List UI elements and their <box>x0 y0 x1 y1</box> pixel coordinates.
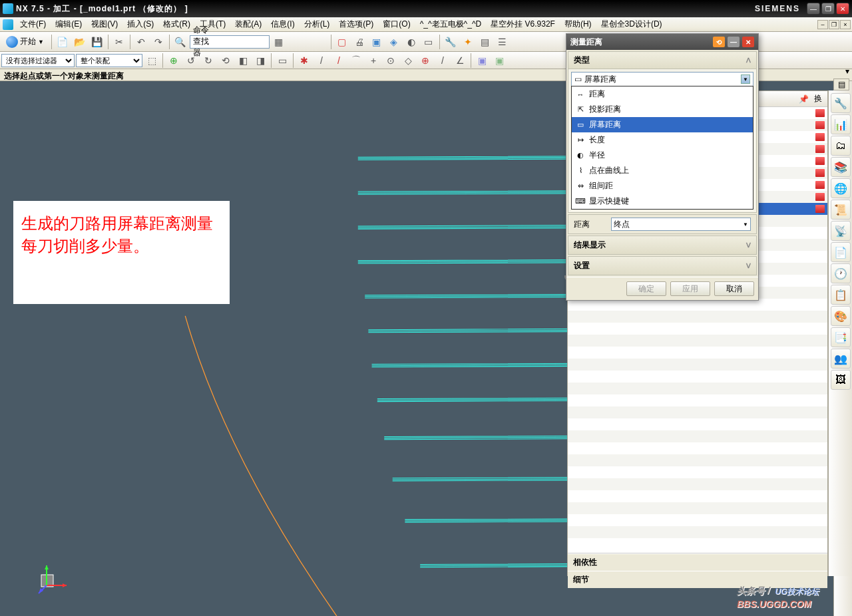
render-icon[interactable]: ▭ <box>421 34 437 50</box>
list-item[interactable] <box>568 430 827 442</box>
minimize-button[interactable]: — <box>807 3 820 15</box>
list-item[interactable] <box>568 466 827 478</box>
snap-5[interactable]: + <box>365 53 381 69</box>
list-item[interactable] <box>568 514 827 526</box>
type-option-0[interactable]: ↔距离 <box>572 86 753 102</box>
shade-icon[interactable]: ◐ <box>403 34 419 50</box>
sel-tool-2[interactable]: ↺ <box>183 53 199 69</box>
tab-navigator[interactable]: 🔧 <box>831 93 851 113</box>
type-option-6[interactable]: ⇔组间距 <box>572 178 753 194</box>
list-item[interactable] <box>568 406 827 418</box>
menu-format[interactable]: 格式(R) <box>159 17 194 31</box>
grid-icon[interactable]: ▤ <box>477 34 493 50</box>
type-option-5[interactable]: ⌇点在曲线上 <box>572 163 753 178</box>
open-icon[interactable]: 📂 <box>72 34 88 50</box>
menu-insert[interactable]: 插入(S) <box>123 17 158 31</box>
snap-1[interactable]: ✱ <box>296 53 312 69</box>
list-item[interactable] <box>568 394 827 406</box>
list-item[interactable] <box>568 502 827 514</box>
search-icon[interactable]: 🔍 <box>172 34 188 50</box>
snap-7[interactable]: ◇ <box>400 53 416 69</box>
sel-tool-5[interactable]: ◧ <box>235 53 251 69</box>
list-item[interactable] <box>568 323 827 335</box>
snap-2[interactable]: / <box>314 53 329 69</box>
list-item[interactable] <box>568 442 827 454</box>
ok-button[interactable]: 确定 <box>626 281 666 296</box>
rect-sel-icon[interactable]: ▭ <box>274 53 290 69</box>
menu-plugin1[interactable]: ^_^老五电极^_^D <box>416 17 486 31</box>
list-item[interactable] <box>568 359 827 371</box>
sel-tool-4[interactable]: ⟲ <box>218 53 234 69</box>
type-option-4[interactable]: ◐半径 <box>572 148 753 163</box>
cmdfinder-input[interactable] <box>213 37 266 47</box>
menu-view[interactable]: 视图(V) <box>87 17 122 31</box>
undo-icon[interactable]: ↶ <box>133 34 149 50</box>
sel-tool-1[interactable]: ⬚ <box>144 53 160 69</box>
tab-history[interactable]: 📜 <box>831 200 851 220</box>
list-item[interactable] <box>568 311 827 323</box>
mdi-close[interactable]: × <box>840 20 851 29</box>
triad-icon[interactable]: ✦ <box>460 34 476 50</box>
type-option-3[interactable]: ↦长度 <box>572 132 753 148</box>
save-icon[interactable]: 💾 <box>89 34 105 50</box>
list-item[interactable] <box>568 335 827 347</box>
list-item[interactable] <box>568 418 827 430</box>
dialog-reset-icon[interactable]: ⟲ <box>713 37 725 47</box>
list-item[interactable] <box>568 490 827 502</box>
dropdown-arrow-icon[interactable]: ▼ <box>741 75 750 84</box>
apply-button[interactable]: 应用 <box>670 281 710 296</box>
tab-clock[interactable]: 🕐 <box>831 263 851 283</box>
list-item[interactable] <box>568 478 827 490</box>
tab-layers[interactable]: 📑 <box>831 327 851 347</box>
list-item[interactable] <box>568 347 827 359</box>
menu-help[interactable]: 帮助(H) <box>560 17 596 31</box>
menu-edit[interactable]: 编辑(E) <box>51 17 86 31</box>
toolbar-overflow-icon[interactable]: ▾ <box>845 67 849 76</box>
filter-combo[interactable]: 没有选择过滤器 <box>1 54 75 67</box>
snap-10[interactable]: ∠ <box>452 53 468 69</box>
layout-icon[interactable]: ▢ <box>334 34 350 50</box>
type-option-1[interactable]: ⇱投影距离 <box>572 102 753 117</box>
mdi-minimize[interactable]: – <box>817 20 828 29</box>
tab-sheet[interactable]: 📄 <box>831 242 851 262</box>
tab-notes[interactable]: 📋 <box>831 285 851 305</box>
snap-3[interactable]: / <box>331 53 347 69</box>
sel-tool-3[interactable]: ↻ <box>200 53 216 69</box>
results-section[interactable]: 结果显示 ᐯ <box>568 235 757 255</box>
tab-system[interactable]: 📡 <box>831 221 851 241</box>
mdi-restore[interactable]: ❐ <box>829 20 839 29</box>
type-option-7[interactable]: ⌨显示快捷键 <box>572 194 753 209</box>
wireframe-icon[interactable]: ◈ <box>386 34 402 50</box>
tab-image[interactable]: 🖼 <box>831 370 851 390</box>
menu-info[interactable]: 信息(I) <box>267 17 298 31</box>
analyze-icon[interactable]: 🔧 <box>443 34 459 50</box>
redo-icon[interactable]: ↷ <box>150 34 166 50</box>
menu-analyze[interactable]: 分析(L) <box>300 17 334 31</box>
tab-part[interactable]: 📊 <box>831 114 851 134</box>
close-button[interactable]: ✕ <box>836 3 849 15</box>
type-option-2[interactable]: ▭屏幕距离 <box>572 117 753 132</box>
menu-pref[interactable]: 首选项(P) <box>335 17 377 31</box>
dialog-titlebar[interactable]: 测量距离 ⟲ — ✕ <box>566 34 758 50</box>
settings-section[interactable]: 设置 ᐯ <box>568 256 757 275</box>
menu-file[interactable]: 文件(F) <box>16 17 50 31</box>
layers-icon[interactable]: ☰ <box>495 34 511 50</box>
tab-html[interactable]: 🌐 <box>831 178 851 198</box>
resource-toggle-button[interactable]: ▤ <box>833 78 849 90</box>
section-type-header[interactable]: 类型 ᐱ <box>568 52 756 69</box>
tab-roles[interactable]: 👥 <box>831 349 851 369</box>
type-combo[interactable]: ▭ 屏幕距离 ▼ <box>571 72 753 86</box>
dialog-minimize-icon[interactable]: — <box>728 37 740 47</box>
tab-reuse[interactable]: 📚 <box>831 157 851 177</box>
list-item[interactable] <box>568 371 827 383</box>
start-button[interactable]: 开始▼ <box>1 34 49 50</box>
switch-label[interactable]: 换 <box>814 93 822 104</box>
distance-combo[interactable]: 终点 ▼ <box>611 218 751 231</box>
command-finder[interactable]: 命令查找器 <box>190 35 270 49</box>
sel-tool-6[interactable]: ◨ <box>252 53 268 69</box>
maximize-button[interactable]: ❐ <box>821 3 835 15</box>
cancel-button[interactable]: 取消 <box>714 281 754 296</box>
nx-icon[interactable] <box>3 19 13 30</box>
snap-9[interactable]: / <box>435 53 451 69</box>
list-item[interactable] <box>568 383 827 394</box>
